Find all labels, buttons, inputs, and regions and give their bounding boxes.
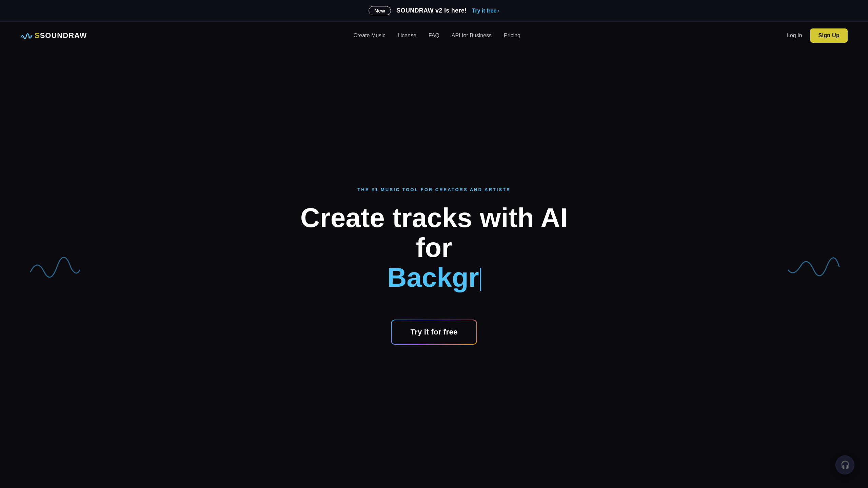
hero-title-line1: Create tracks with AI for <box>300 203 568 263</box>
signup-button[interactable]: Sign Up <box>810 28 848 43</box>
nav-links: Create Music License FAQ API for Busines… <box>353 33 520 39</box>
announcement-bar: New SOUNDRAW v2 is here! Try it free › <box>0 0 868 22</box>
wave-left-decoration <box>27 251 81 287</box>
support-button[interactable]: 🎧 <box>835 455 854 474</box>
navbar: SSOUNDRAW Create Music License FAQ API f… <box>0 22 868 49</box>
try-for-free-button[interactable]: Try it for free <box>391 320 477 345</box>
chevron-right-icon: › <box>498 8 499 14</box>
nav-actions: Log In Sign Up <box>787 28 848 43</box>
new-badge: New <box>369 6 391 15</box>
logo-text: SSOUNDRAW <box>35 31 87 40</box>
hero-section: THE #1 MUSIC TOOL FOR CREATORS AND ARTIS… <box>0 49 868 488</box>
hero-animated-word: Backgr <box>387 263 481 292</box>
hero-cta: Try it for free <box>391 320 477 345</box>
nav-link-create-music[interactable]: Create Music <box>353 33 385 39</box>
hero-subtitle: THE #1 MUSIC TOOL FOR CREATORS AND ARTIS… <box>357 187 510 192</box>
typing-cursor <box>480 268 481 291</box>
nav-link-pricing[interactable]: Pricing <box>504 33 520 39</box>
logo[interactable]: SSOUNDRAW <box>20 30 87 41</box>
logo-icon <box>20 30 33 41</box>
nav-link-license[interactable]: License <box>398 33 416 39</box>
headphones-icon: 🎧 <box>841 461 850 469</box>
hero-title: Create tracks with AI for Backgr <box>281 203 587 292</box>
announcement-cta-text: Try it free <box>472 8 496 14</box>
nav-link-faq[interactable]: FAQ <box>429 33 439 39</box>
login-link[interactable]: Log In <box>787 33 802 39</box>
wave-right-decoration <box>787 251 841 287</box>
announcement-text: SOUNDRAW v2 is here! <box>396 7 467 14</box>
announcement-cta-link[interactable]: Try it free › <box>472 8 499 14</box>
nav-link-api-for-business[interactable]: API for Business <box>452 33 492 39</box>
